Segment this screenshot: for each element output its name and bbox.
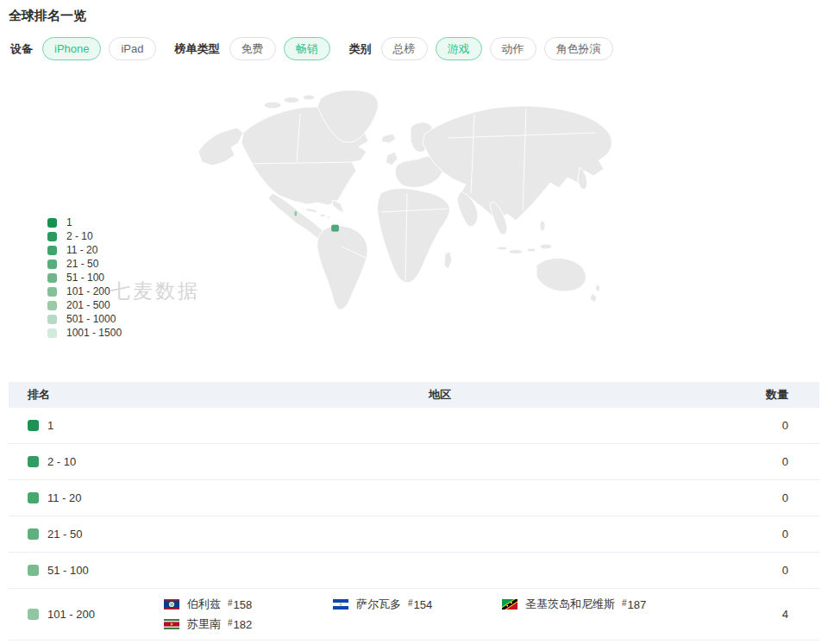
rank-swatch xyxy=(28,456,39,467)
header-rank: 排名 xyxy=(9,387,164,403)
global-ranking-panel: 全球排名一览 设备 iPhone iPad 榜单类型 免费 畅销 类别 总榜 游… xyxy=(0,0,828,644)
legend-item: 2 - 10 xyxy=(47,229,122,243)
legend-swatch xyxy=(47,218,57,228)
table-row[interactable]: 51 - 100 0 xyxy=(9,553,819,589)
rank-label: 101 - 200 xyxy=(47,608,95,621)
table-row[interactable]: 1 0 xyxy=(9,408,819,444)
chart-type-option-free[interactable]: 免费 xyxy=(229,37,276,60)
world-map-section: 1 2 - 10 11 - 20 21 - 50 51 - 100 101 - … xyxy=(0,60,828,364)
device-option-ipad[interactable]: iPad xyxy=(109,37,155,60)
legend-swatch xyxy=(47,232,57,241)
count-value: 0 xyxy=(716,455,819,468)
flag-belize-icon xyxy=(164,599,179,610)
region-rank: #154 xyxy=(408,598,432,611)
region-entry-belize[interactable]: 伯利兹 #158 xyxy=(164,597,333,612)
category-option-action[interactable]: 动作 xyxy=(490,37,536,60)
legend-item: 501 - 1000 xyxy=(47,312,122,326)
count-value: 0 xyxy=(716,564,819,577)
rank-label: 2 - 10 xyxy=(47,455,76,468)
rank-swatch xyxy=(28,565,39,576)
category-option-games[interactable]: 游戏 xyxy=(436,37,482,60)
rank-swatch xyxy=(28,609,39,620)
rank-label: 1 xyxy=(47,419,53,432)
chart-type-option-grossing[interactable]: 畅销 xyxy=(284,37,330,60)
legend-item: 11 - 20 xyxy=(47,243,122,257)
legend-swatch xyxy=(47,287,57,297)
region-entry-el-salvador[interactable]: 萨尔瓦多 #154 xyxy=(333,597,502,612)
device-option-iphone[interactable]: iPhone xyxy=(42,37,101,60)
header-region: 地区 xyxy=(164,387,716,403)
table-row[interactable]: 101 - 200 伯利兹 #158 xyxy=(9,589,819,641)
region-entry-suriname[interactable]: 苏里南 #182 xyxy=(164,616,333,632)
legend-swatch xyxy=(47,246,57,255)
region-rank: #182 xyxy=(228,618,252,631)
region-list: 伯利兹 #158 萨尔瓦多 #154 xyxy=(164,597,716,632)
region-rank: #158 xyxy=(228,598,252,611)
legend-swatch xyxy=(47,273,57,283)
map-highlight-suriname xyxy=(332,225,339,231)
legend-swatch xyxy=(47,301,57,310)
table-header: 排名 地区 数量 xyxy=(9,382,819,408)
rank-label: 11 - 20 xyxy=(47,491,82,504)
rank-swatch xyxy=(28,420,39,431)
category-option-roleplay[interactable]: 角色扮演 xyxy=(544,37,613,60)
legend-item: 1001 - 1500 xyxy=(47,326,122,340)
table-row[interactable]: 21 - 50 0 xyxy=(9,516,819,553)
flag-el-salvador-icon xyxy=(333,599,348,610)
filter-label-category: 类别 xyxy=(349,41,372,57)
world-map[interactable] xyxy=(190,83,634,324)
legend-swatch xyxy=(47,328,57,338)
filter-label-device: 设备 xyxy=(10,41,33,57)
count-value: 4 xyxy=(716,608,819,621)
rank-label: 51 - 100 xyxy=(47,564,89,577)
map-highlight-belize xyxy=(295,211,298,216)
flag-suriname-icon xyxy=(164,619,179,629)
rank-swatch xyxy=(28,528,39,540)
legend-swatch xyxy=(47,259,57,269)
region-rank: #187 xyxy=(622,598,646,611)
legend-swatch xyxy=(47,315,57,324)
count-value: 0 xyxy=(716,491,819,504)
region-entry-saint-kitts-nevis[interactable]: 圣基茨岛和尼维斯 #187 xyxy=(502,597,671,612)
watermark: 七麦数据 xyxy=(110,278,200,304)
table-row[interactable]: 11 - 20 0 xyxy=(9,480,819,516)
header-count: 数量 xyxy=(716,387,819,403)
rank-label: 21 - 50 xyxy=(47,528,82,541)
category-option-overall[interactable]: 总榜 xyxy=(381,37,428,60)
filter-bar: 设备 iPhone iPad 榜单类型 免费 畅销 类别 总榜 游戏 动作 角色… xyxy=(10,37,828,60)
flag-saint-kitts-nevis-icon xyxy=(502,599,518,610)
legend-item: 1 xyxy=(47,216,122,229)
rank-swatch xyxy=(28,492,39,503)
table-row[interactable]: 2 - 10 0 xyxy=(9,444,819,480)
ranking-table: 排名 地区 数量 1 0 2 - 10 0 11 - 20 0 21 - 50 … xyxy=(9,382,819,641)
filter-label-chart-type: 榜单类型 xyxy=(175,41,220,57)
count-value: 0 xyxy=(716,528,819,541)
page-title: 全球排名一览 xyxy=(0,0,828,24)
count-value: 0 xyxy=(716,419,819,432)
legend-item: 21 - 50 xyxy=(47,257,122,271)
